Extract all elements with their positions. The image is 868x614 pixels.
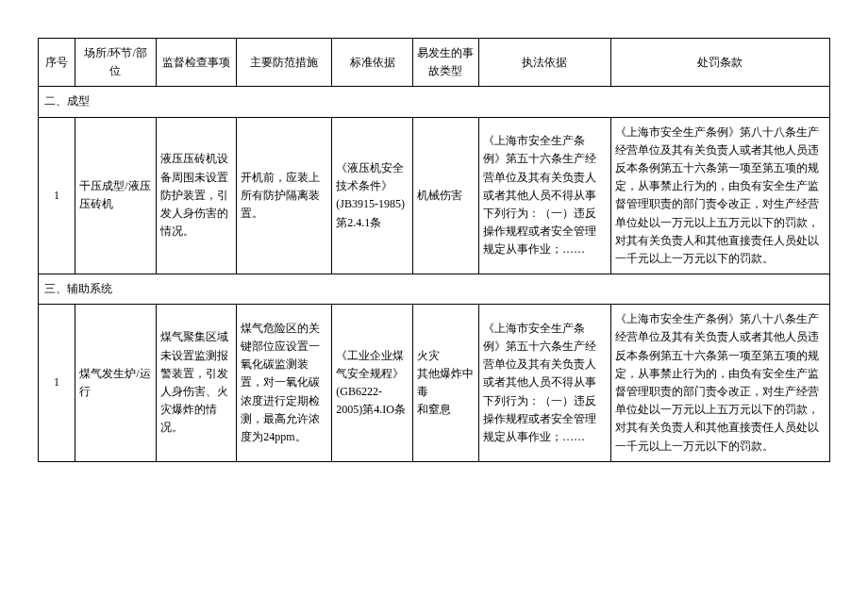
cell-penalty: 《上海市安全生产条例》第八十八条生产经营单位及其有关负责人或者其他人员违反本条例… (610, 305, 829, 462)
cell-accident: 机械伤害 (412, 117, 478, 274)
table-header-row: 序号 场所/环节/部位 监督检查事项 主要防范措施 标准依据 易发生的事故类型 … (39, 39, 830, 87)
header-accident: 易发生的事故类型 (412, 39, 478, 87)
cell-num: 1 (39, 305, 75, 462)
cell-measure: 开机前，应装上所有防护隔离装置。 (237, 117, 332, 274)
cell-num: 1 (39, 117, 75, 274)
section-title: 三、辅助系统 (39, 274, 830, 305)
header-measure: 主要防范措施 (237, 39, 332, 87)
table-body: 二、成型 1 干压成型/液压压砖机 液压压砖机设备周围未设置防护装置，引发人身伤… (39, 87, 830, 461)
cell-standard: 《液压机安全技术条件》(JB3915-1985)第2.4.1条 (332, 117, 413, 274)
safety-regulation-table: 序号 场所/环节/部位 监督检查事项 主要防范措施 标准依据 易发生的事故类型 … (38, 38, 830, 462)
cell-accident: 火灾 其他爆炸中毒 和窒息 (412, 305, 478, 462)
cell-standard: 《工业企业煤气安全规程》(GB6222-2005)第4.IO条 (332, 305, 413, 462)
table-row: 1 干压成型/液压压砖机 液压压砖机设备周围未设置防护装置，引发人身伤害的情况。… (39, 117, 830, 274)
header-penalty: 处罚条款 (610, 39, 829, 87)
section-title: 二、成型 (39, 87, 830, 117)
cell-inspect: 煤气聚集区域未设置监测报警装置，引发人身伤害、火灾爆炸的情况。 (156, 305, 237, 462)
cell-place: 煤气发生炉/运行 (75, 305, 157, 462)
section-header-row: 三、辅助系统 (39, 274, 830, 305)
cell-place: 干压成型/液压压砖机 (75, 117, 157, 274)
cell-legal: 《上海市安全生产条例》第五十六条生产经营单位及其有关负责人或者其他人员不得从事下… (478, 117, 610, 274)
table-row: 1 煤气发生炉/运行 煤气聚集区域未设置监测报警装置，引发人身伤害、火灾爆炸的情… (39, 305, 830, 462)
cell-legal: 《上海市安全生产条例》第五十六条生产经营单位及其有关负责人或者其他人员不得从事下… (478, 305, 610, 462)
cell-inspect: 液压压砖机设备周围未设置防护装置，引发人身伤害的情况。 (156, 117, 237, 274)
header-standard: 标准依据 (332, 39, 413, 87)
header-legal: 执法依据 (478, 39, 610, 87)
header-num: 序号 (39, 39, 75, 87)
header-inspect: 监督检查事项 (156, 39, 237, 87)
section-header-row: 二、成型 (39, 87, 830, 117)
cell-penalty: 《上海市安全生产条例》第八十八条生产经营单位及其有关负责人或者其他人员违反本条例… (610, 117, 829, 274)
header-place: 场所/环节/部位 (75, 39, 157, 87)
cell-measure: 煤气危险区的关键部位应设置一氧化碳监测装置，对一氧化碳浓度进行定期检测，最高允许… (237, 305, 332, 462)
